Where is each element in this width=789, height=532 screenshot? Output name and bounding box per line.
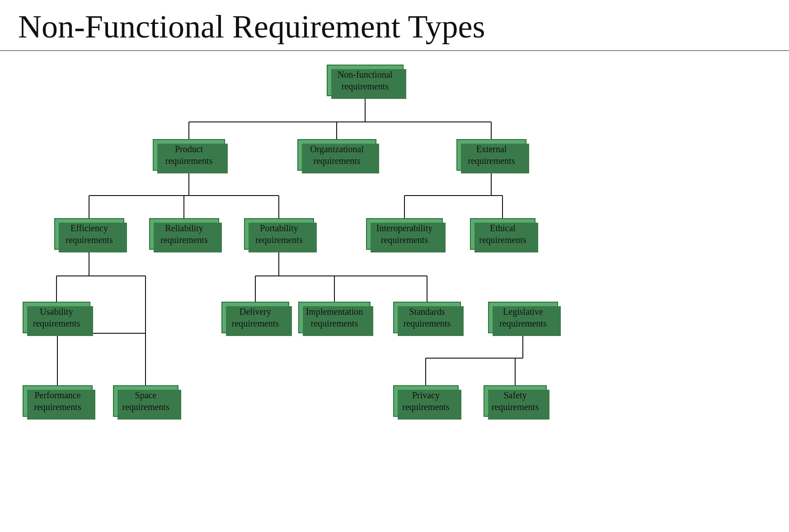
node-legislative: Legislativerequirements — [488, 302, 558, 333]
node-implementation: Implementationrequirements — [298, 302, 371, 333]
node-privacy: Privacyrequirements — [393, 385, 459, 417]
node-product: Productrequirements — [153, 139, 225, 171]
node-efficiency: Efficiencyrequirements — [54, 218, 124, 250]
diagram-area: Non-functionalrequirements Productrequir… — [0, 51, 789, 532]
node-org: Organizationalrequirements — [297, 139, 376, 171]
node-usability: Usabilityrequirements — [23, 302, 90, 333]
page-title: Non-Functional Requirement Types — [0, 0, 789, 51]
node-standards: Standardsrequirements — [393, 302, 461, 333]
node-delivery: Deliveryrequirements — [221, 302, 289, 333]
node-space: Spacerequirements — [113, 385, 178, 417]
node-safety: Safetyrequirements — [484, 385, 547, 417]
node-performance: Performancerequirements — [23, 385, 93, 417]
node-reliability: Reliabilityrequirements — [149, 218, 219, 250]
node-external: Externalrequirements — [456, 139, 526, 171]
node-root: Non-functionalrequirements — [327, 65, 404, 96]
connectors-svg — [0, 51, 789, 532]
node-interop: Interoperabilityrequirements — [366, 218, 443, 250]
node-ethical: Ethicalrequirements — [470, 218, 535, 250]
node-portability: Portabilityrequirements — [244, 218, 314, 250]
